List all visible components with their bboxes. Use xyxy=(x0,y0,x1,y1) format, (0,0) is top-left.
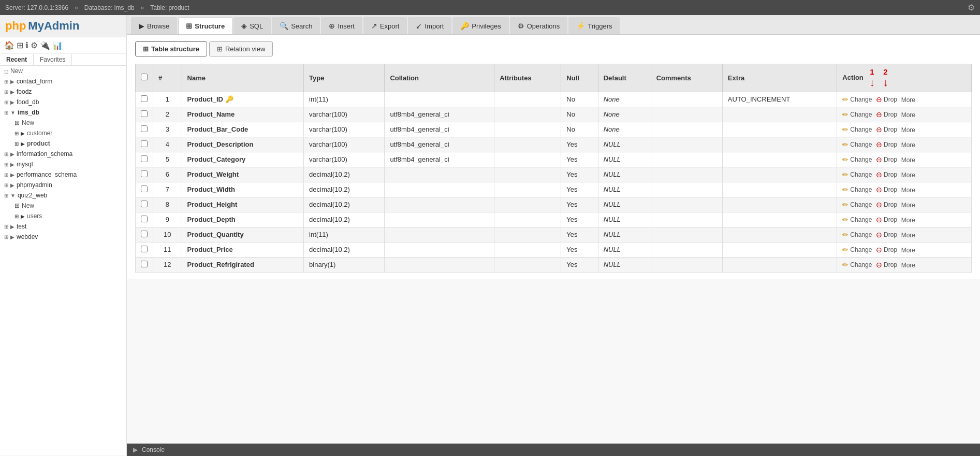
cell-null: Yes xyxy=(561,242,598,257)
tab-sql[interactable]: ◈ SQL xyxy=(233,17,271,34)
settings-icon[interactable]: ⚙ xyxy=(31,40,38,50)
cell-attributes xyxy=(494,107,561,122)
change-link[interactable]: ✏Change xyxy=(842,231,872,239)
cell-attributes xyxy=(494,152,561,167)
drop-link[interactable]: ⊖Drop xyxy=(876,186,897,194)
change-link[interactable]: ✏Change xyxy=(842,186,872,194)
tab-search[interactable]: 🔍 Search xyxy=(272,17,320,34)
sidebar-item-webdev[interactable]: ⊞ ▶ webdev xyxy=(0,232,126,242)
change-link[interactable]: ✏Change xyxy=(842,95,872,104)
row-checkbox-9[interactable] xyxy=(141,231,148,237)
more-link[interactable]: More xyxy=(901,156,915,164)
row-checkbox-1[interactable] xyxy=(141,110,148,117)
sidebar-item-users[interactable]: ⊞ ▶ users xyxy=(10,211,126,221)
tab-triggers[interactable]: ⚡ Triggers xyxy=(568,17,620,34)
drop-link[interactable]: ⊖Drop xyxy=(876,140,897,149)
change-link[interactable]: ✏Change xyxy=(842,155,872,164)
annot-arrow-2: ↓ xyxy=(883,77,888,88)
sidebar-item-ims_db-new[interactable]: ⊞ New xyxy=(10,118,126,128)
drop-link[interactable]: ⊖Drop xyxy=(876,201,897,209)
sidebar-item-quiz2_web-new[interactable]: ⊞ New xyxy=(10,201,126,211)
more-link[interactable]: More xyxy=(901,232,915,239)
sidebar-item-performance_schema[interactable]: ⊞ ▶ performance_schema xyxy=(0,169,126,180)
change-link[interactable]: ✏Change xyxy=(842,261,872,269)
sidebar-item-test[interactable]: ⊞ ▶ test xyxy=(0,221,126,232)
row-checkbox-10[interactable] xyxy=(141,246,148,252)
sidebar-item-contact_form[interactable]: ⊞ ▶ contact_form xyxy=(0,76,126,87)
row-checkbox-6[interactable] xyxy=(141,186,148,192)
row-checkbox-2[interactable] xyxy=(141,125,148,132)
more-link[interactable]: More xyxy=(901,96,915,104)
tab-favorites[interactable]: Favorites xyxy=(34,54,72,65)
more-link[interactable]: More xyxy=(901,247,915,254)
more-link[interactable]: More xyxy=(901,202,915,209)
sub-tab-relation-view[interactable]: ⊞ Relation view xyxy=(209,41,273,56)
drop-link[interactable]: ⊖Drop xyxy=(876,231,897,239)
row-checkbox-8[interactable] xyxy=(141,216,148,222)
grid-icon[interactable]: ⊞ xyxy=(17,40,23,50)
sidebar-item-customer[interactable]: ⊞ ▶ customer xyxy=(10,128,126,138)
more-link[interactable]: More xyxy=(901,172,915,179)
change-link[interactable]: ✏Change xyxy=(842,170,872,179)
drop-link[interactable]: ⊖Drop xyxy=(876,261,897,269)
row-checkbox-4[interactable] xyxy=(141,155,148,162)
row-checkbox-7[interactable] xyxy=(141,201,148,207)
sidebar-item-phpmyadmin[interactable]: ⊞ ▶ phpmyadmin xyxy=(0,180,126,190)
gear-icon[interactable]: ⚙ xyxy=(968,3,975,12)
plugin-icon[interactable]: 🔌 xyxy=(40,40,50,50)
tab-browse[interactable]: ▶ Browse xyxy=(131,17,177,34)
sidebar-item-foodz[interactable]: ⊞ ▶ foodz xyxy=(0,87,126,97)
sub-tab-table-structure[interactable]: ⊞ Table structure xyxy=(135,41,207,56)
change-link[interactable]: ✏Change xyxy=(842,110,872,119)
annot-arrow-1: ↓ xyxy=(869,77,874,88)
home-icon[interactable]: 🏠 xyxy=(4,40,14,50)
more-link[interactable]: More xyxy=(901,126,915,134)
change-link[interactable]: ✏Change xyxy=(842,216,872,224)
sidebar-new[interactable]: ◻ New xyxy=(0,66,126,76)
cell-comments xyxy=(651,122,722,137)
sidebar-item-ims_db[interactable]: ⊞ ▼ ims_db xyxy=(0,107,126,118)
row-checkbox-0[interactable] xyxy=(141,95,148,102)
more-link[interactable]: More xyxy=(901,217,915,224)
table-header-row: # Name Type Collation Attributes Null De… xyxy=(136,64,972,92)
drop-link[interactable]: ⊖Drop xyxy=(876,155,897,164)
more-link[interactable]: More xyxy=(901,111,915,119)
drop-link[interactable]: ⊖Drop xyxy=(876,125,897,134)
table-structure-label: Table structure xyxy=(151,45,199,53)
more-link[interactable]: More xyxy=(901,262,915,269)
sidebar-item-quiz2_web[interactable]: ⊞ ▼ quiz2_web xyxy=(0,190,126,201)
table-label: Table: product xyxy=(150,4,189,11)
tab-recent[interactable]: Recent xyxy=(0,54,34,65)
drop-link[interactable]: ⊖Drop xyxy=(876,246,897,254)
change-link[interactable]: ✏Change xyxy=(842,140,872,149)
more-link[interactable]: More xyxy=(901,187,915,194)
tab-import[interactable]: ↙ Import xyxy=(408,17,451,34)
change-link[interactable]: ✏Change xyxy=(842,246,872,254)
arrow-icon-quiz2_web: ▼ xyxy=(10,193,16,198)
console-bar[interactable]: ▶ Console xyxy=(127,444,980,455)
var-icon[interactable]: 📊 xyxy=(52,40,63,50)
sidebar-item-product[interactable]: ⊞ ▶ product xyxy=(10,138,126,149)
row-checkbox-5[interactable] xyxy=(141,170,148,177)
drop-link[interactable]: ⊖Drop xyxy=(876,170,897,179)
tab-operations[interactable]: ⚙ Operations xyxy=(510,17,568,34)
sidebar-item-information_schema[interactable]: ⊞ ▶ information_schema xyxy=(0,149,126,159)
tab-insert[interactable]: ⊕ Insert xyxy=(321,17,362,34)
header-action: Action 1 ↓ 2 ↓ xyxy=(837,64,972,92)
cell-attributes xyxy=(494,92,561,107)
sidebar-item-food_db[interactable]: ⊞ ▶ food_db xyxy=(0,97,126,107)
drop-link[interactable]: ⊖Drop xyxy=(876,110,897,119)
info-icon[interactable]: ℹ xyxy=(25,40,28,50)
tab-export[interactable]: ↗ Export xyxy=(363,17,407,34)
row-checkbox-11[interactable] xyxy=(141,261,148,267)
select-all-checkbox[interactable] xyxy=(141,74,148,80)
more-link[interactable]: More xyxy=(901,141,915,149)
change-link[interactable]: ✏Change xyxy=(842,125,872,134)
sidebar-item-mysql[interactable]: ⊞ ▶ mysql xyxy=(0,159,126,169)
drop-link[interactable]: ⊖Drop xyxy=(876,95,897,104)
drop-link[interactable]: ⊖Drop xyxy=(876,216,897,224)
tab-privileges[interactable]: 🔑 Privileges xyxy=(452,17,508,34)
change-link[interactable]: ✏Change xyxy=(842,201,872,209)
tab-structure[interactable]: ⊞ Structure xyxy=(178,17,232,34)
row-checkbox-3[interactable] xyxy=(141,140,148,147)
